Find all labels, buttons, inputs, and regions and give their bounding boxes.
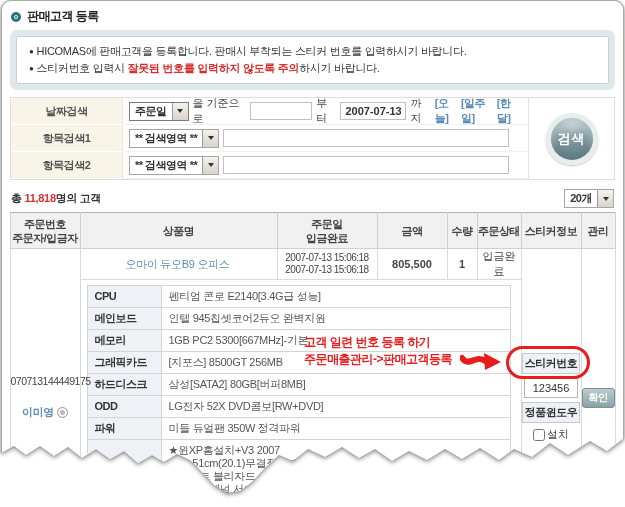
order-date: 2007-07-13 15:06:18 bbox=[278, 252, 377, 264]
page-title-bar: 판매고객 등록 bbox=[11, 8, 615, 25]
annotation-line-2: 주문매출관리->판매고객등록 bbox=[304, 351, 452, 368]
chevron-down-icon[interactable] bbox=[202, 157, 218, 174]
spec-value-power: 미들 듀얼팬 350W 정격파워 bbox=[161, 418, 510, 440]
spec-label-graphics: 그래픽카드 bbox=[87, 352, 161, 374]
spec-label-odd: ODD bbox=[87, 396, 161, 418]
spec-value-etc: ★윈XP홈설치+V3 2007 LCD 51cm(20.1)무결점[3년보증] … bbox=[161, 440, 510, 507]
notice-warning-text: 잘못된 번호를 입력하지 않도록 주의 bbox=[128, 62, 300, 74]
manage-cell: 확인 bbox=[581, 249, 615, 507]
spec-value-cpu: 펜티엄 콘로 E2140[3.4G급 성능] bbox=[161, 286, 510, 308]
col-header-status: 주문상태 bbox=[477, 213, 521, 249]
spec-value-hdd: 삼성[SATA2] 80GB[버퍼8MB] bbox=[161, 374, 510, 396]
item-search-2-input[interactable] bbox=[223, 156, 509, 174]
link-week[interactable]: [일주일] bbox=[461, 96, 496, 126]
member-info-icon[interactable] bbox=[57, 407, 68, 418]
spec-table: CPU펜티엄 콘로 E2140[3.4G급 성능] 메인보드인텔 945칩셋코어… bbox=[87, 285, 511, 506]
notice-box: ●HICOMAS에 판매고객을 등록합니다. 판매시 부착되는 스티커 번호를 … bbox=[16, 36, 609, 84]
page-wrapper: 판매고객 등록 ●HICOMAS에 판매고객을 등록합니다. 판매시 부착되는 … bbox=[0, 0, 625, 507]
deposit-date: 2007-07-13 15:06:18 bbox=[278, 264, 377, 276]
red-arrow-icon bbox=[460, 350, 502, 376]
spec-label-etc: 기타 bbox=[87, 440, 161, 507]
date-type-select[interactable]: 주문일 bbox=[129, 102, 189, 121]
date-search-row: 주문일 을 기준으로 부터 까지 [오늘] [일주일] [한달] bbox=[123, 98, 528, 125]
qty-cell: 1 bbox=[447, 249, 477, 280]
item-search-1-label: 항목검색1 bbox=[11, 125, 123, 152]
spec-value-mainboard: 인텔 945칩셋코어2듀오 완벽지원 bbox=[161, 308, 510, 330]
chevron-down-icon[interactable] bbox=[597, 190, 613, 207]
amount-cell: 805,500 bbox=[377, 249, 447, 280]
date-cell: 2007-07-13 15:06:18 2007-07-13 15:06:18 bbox=[277, 249, 377, 280]
notice-panel: ●HICOMAS에 판매고객을 등록합니다. 판매시 부착되는 스티커 번호를 … bbox=[10, 30, 615, 90]
bullet-icon: ● bbox=[29, 47, 34, 56]
product-link[interactable]: 오마이 듀오B9 오피스 bbox=[126, 258, 230, 270]
date-search-label: 날짜검색 bbox=[11, 98, 123, 125]
search-panel: 날짜검색 주문일 을 기준으로 부터 까지 [오늘] [일주일] [한달] 검색… bbox=[10, 97, 615, 180]
col-header-sticker: 스티커정보 bbox=[521, 213, 581, 249]
product-cell: 오마이 듀오B9 오피스 bbox=[80, 249, 277, 280]
spec-label-memory: 메모리 bbox=[87, 330, 161, 352]
total-count-value: 11,818 bbox=[24, 192, 55, 204]
search-area-select-1[interactable]: ** 검색영역 ** bbox=[129, 129, 219, 148]
red-highlight-ring bbox=[506, 346, 590, 379]
customer-name-link[interactable]: 이미영 bbox=[22, 405, 54, 420]
spec-label-power: 파워 bbox=[87, 418, 161, 440]
spec-cell: CPU펜티엄 콘로 E2140[3.4G급 성능] 메인보드인텔 945칩셋코어… bbox=[80, 280, 521, 507]
col-header-amount: 금액 bbox=[377, 213, 447, 249]
page-size-select[interactable]: 20개 bbox=[564, 189, 614, 208]
table-header-row: 주문번호 주문자/입금자 상품명 주문일 입금완료 금액 수량 주문상태 스티커… bbox=[10, 213, 615, 249]
spec-value-odd: LG전자 52X DVD콤보[RW+DVD] bbox=[161, 396, 510, 418]
page-title: 판매고객 등록 bbox=[27, 8, 99, 25]
install-label: 설치 bbox=[547, 427, 569, 442]
bullet-icon: ● bbox=[29, 64, 34, 73]
order-info-cell: 070713144449175 이미영 bbox=[10, 249, 80, 507]
chevron-down-icon[interactable] bbox=[202, 130, 218, 147]
spec-label-hdd: 하드디스크 bbox=[87, 374, 161, 396]
quick-date-links: [오늘] [일주일] [한달] bbox=[435, 96, 522, 126]
from-text: 부터 bbox=[316, 96, 336, 126]
item-search-1-row: ** 검색영역 ** bbox=[123, 125, 528, 152]
col-header-qty: 수량 bbox=[447, 213, 477, 249]
genuine-windows-label: 정품윈도우 bbox=[522, 402, 580, 423]
item-search-1-input[interactable] bbox=[223, 129, 509, 147]
annotation-line-1: 고객 일련 번호 등록 하기 bbox=[304, 334, 452, 351]
search-button[interactable]: 검색 bbox=[546, 113, 598, 165]
item-search-2-row: ** 검색영역 ** bbox=[123, 152, 528, 179]
to-text: 까지 bbox=[410, 96, 430, 126]
search-area-select-2[interactable]: ** 검색영역 ** bbox=[129, 156, 219, 175]
link-month[interactable]: [한달] bbox=[497, 96, 522, 126]
table-row: 070713144449175 이미영 오마이 듀오B9 오피스 2007-07… bbox=[10, 249, 615, 280]
date-from-input[interactable] bbox=[250, 102, 312, 120]
install-checkbox[interactable] bbox=[533, 429, 545, 441]
result-summary-bar: 총 11,818명의 고객 20개 bbox=[11, 189, 614, 208]
annotation-text: 고객 일련 번호 등록 하기 주문매출관리->판매고객등록 bbox=[304, 334, 452, 368]
col-header-order-no: 주문번호 주문자/입금자 bbox=[10, 213, 80, 249]
sticker-number-input[interactable] bbox=[524, 378, 578, 398]
search-button-cell: 검색 bbox=[528, 98, 614, 179]
col-header-date: 주문일 입금완료 bbox=[277, 213, 377, 249]
confirm-button[interactable]: 확인 bbox=[582, 388, 615, 408]
spec-label-cpu: CPU bbox=[87, 286, 161, 308]
base-text: 을 기준으로 bbox=[193, 96, 247, 126]
total-count-text: 총 11,818명의 고객 bbox=[11, 191, 101, 206]
col-header-product: 상품명 bbox=[80, 213, 277, 249]
date-to-input[interactable] bbox=[340, 102, 406, 120]
link-today[interactable]: [오늘] bbox=[435, 96, 460, 126]
notice-line-1: ●HICOMAS에 판매고객을 등록합니다. 판매시 부착되는 스티커 번호를 … bbox=[29, 43, 596, 60]
title-bullet-icon bbox=[11, 12, 21, 22]
spec-label-mainboard: 메인보드 bbox=[87, 308, 161, 330]
status-cell: 입금완료 bbox=[477, 249, 521, 280]
col-header-manage: 관리 bbox=[581, 213, 615, 249]
item-search-2-label: 항목검색2 bbox=[11, 152, 123, 179]
notice-line-2: ●스티커번호 입력시 잘못된 번호를 입력하지 않도록 주의하시기 바랍니다. bbox=[29, 60, 596, 77]
torn-paper-panel: 판매고객 등록 ●HICOMAS에 판매고객을 등록합니다. 판매시 부착되는 … bbox=[1, 0, 624, 506]
chevron-down-icon[interactable] bbox=[172, 103, 188, 120]
order-number: 070713144449175 bbox=[11, 375, 80, 387]
